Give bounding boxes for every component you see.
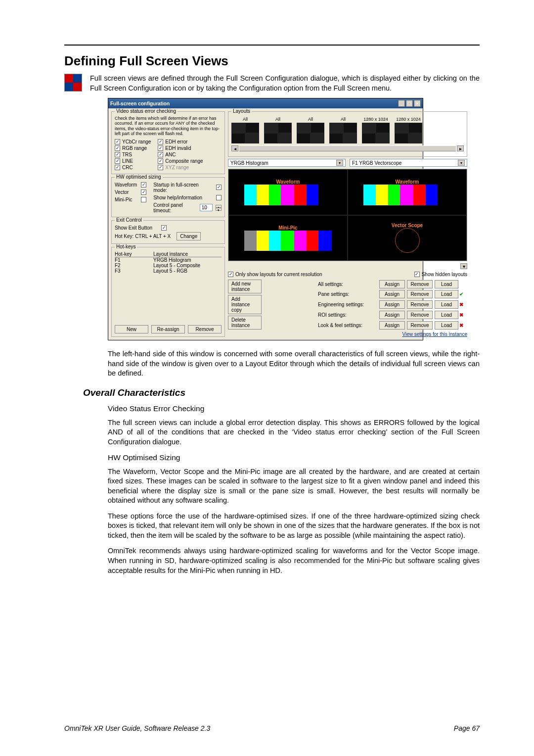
preview-cell-label: Mini-Pic xyxy=(278,225,297,231)
layout-thumbnail[interactable]: 1280 x 1024 xyxy=(362,117,390,143)
group-video-status-label: Video status error checking xyxy=(115,108,178,114)
checkbox-label: YCbCr range xyxy=(122,139,151,144)
layout-thumbnail[interactable]: All xyxy=(264,117,292,143)
group-hotkeys-label: Hot-keys xyxy=(115,244,137,249)
hw-item-checkbox[interactable] xyxy=(141,197,146,202)
hotkey-instance: Layout 5 - Composite xyxy=(153,263,200,268)
layout-thumbnail[interactable]: All xyxy=(297,117,324,143)
layout-thumbnail[interactable]: 1280 x 1024 xyxy=(395,117,422,143)
assign-button[interactable]: Assign xyxy=(379,280,405,288)
only-show-current-res-checkbox[interactable] xyxy=(228,272,233,277)
startup-fullscreen-checkbox[interactable] xyxy=(216,185,222,190)
group-hotkeys: Hot-keys Hot-key Layout instance F1YRGB … xyxy=(111,247,225,337)
checkbox-label: RGB range xyxy=(122,145,147,151)
checkbox-label: TRS xyxy=(122,152,132,157)
scroll-right-icon[interactable]: ▸ xyxy=(457,145,464,151)
hw-item-checkbox[interactable] xyxy=(141,182,146,188)
hw-item-label: Mini-Pic xyxy=(115,197,133,202)
hw-item-checkbox[interactable] xyxy=(141,189,146,195)
preview-scroll-icon[interactable]: ▾ xyxy=(460,263,467,269)
cp-timeout-input[interactable]: 10 xyxy=(200,204,213,211)
show-hidden-layouts-checkbox[interactable] xyxy=(414,272,420,277)
checkbox[interactable] xyxy=(115,145,120,151)
assign-button[interactable]: Assign xyxy=(379,311,405,319)
right-layout-dropdown[interactable]: F1 YRGB Vectorscope▾ xyxy=(350,159,467,167)
checkbox-label: EDH error xyxy=(165,139,187,144)
maximize-icon[interactable]: □ xyxy=(406,100,413,107)
show-exit-checkbox[interactable] xyxy=(161,225,167,231)
footer-right: Page 67 xyxy=(454,724,480,732)
remove-button[interactable]: Remove xyxy=(407,321,433,330)
checkbox[interactable] xyxy=(115,139,120,144)
instance-button[interactable]: Add instance copy xyxy=(228,295,262,314)
hw-optimised-p1: The Waveform, Vector Scope and the Mini-… xyxy=(108,467,480,506)
checkbox[interactable] xyxy=(158,152,163,157)
show-help-label: Show help/information xyxy=(153,195,202,200)
load-button[interactable]: Load xyxy=(435,311,458,319)
footer-left: OmniTek XR User Guide, Software Release … xyxy=(64,724,210,732)
checkbox-label: EDH invalid xyxy=(165,145,191,151)
assign-button[interactable]: Assign xyxy=(379,290,405,298)
checkbox[interactable] xyxy=(115,158,120,164)
hotkey-new-button[interactable]: New xyxy=(115,325,148,333)
preview-cell-label: Waveform xyxy=(276,179,300,185)
layout-preview: Waveform Waveform Mini-Pic Vector Scope xyxy=(228,169,467,261)
group-exit-label: Exit Control xyxy=(115,217,143,223)
chevron-down-icon: ▾ xyxy=(336,160,343,166)
settings-status-icon: ✖ xyxy=(459,312,467,318)
show-help-checkbox[interactable] xyxy=(216,195,222,200)
checkbox[interactable] xyxy=(115,152,120,157)
hw-optimised-heading: HW Optimised Sizing xyxy=(108,453,480,462)
hotkey-reassign-button[interactable]: Re-assign xyxy=(151,325,185,333)
remove-button[interactable]: Remove xyxy=(407,280,433,288)
layout-thumbnail[interactable]: All xyxy=(329,117,357,143)
preview-cell-label: Waveform xyxy=(396,179,419,185)
cp-timeout-spinner[interactable]: ▴▾ xyxy=(216,205,222,211)
view-settings-link[interactable]: View settings for this instance xyxy=(228,331,467,337)
assign-button[interactable]: Assign xyxy=(379,321,405,330)
checkbox[interactable] xyxy=(158,165,163,170)
hw-optimised-p2: These options force the use of the hardw… xyxy=(108,512,480,541)
hotkey-remove-button[interactable]: Remove xyxy=(188,325,222,333)
assign-button[interactable]: Assign xyxy=(379,300,405,309)
load-button[interactable]: Load xyxy=(435,321,458,330)
remove-button[interactable]: Remove xyxy=(407,300,433,309)
instance-button[interactable]: Add new instance xyxy=(228,280,262,293)
load-button[interactable]: Load xyxy=(435,280,458,288)
remove-button[interactable]: Remove xyxy=(407,311,433,319)
instance-button[interactable]: Delete instance xyxy=(228,316,262,330)
load-button[interactable]: Load xyxy=(435,300,458,309)
checkbox[interactable] xyxy=(158,158,163,164)
thumb-label: 1280 x 1024 xyxy=(362,117,390,122)
minimize-icon[interactable]: _ xyxy=(398,100,405,107)
settings-row-label: Engineering settings: xyxy=(318,302,377,307)
checkbox[interactable] xyxy=(158,139,163,144)
left-layout-value: YRGB Histogram xyxy=(230,160,268,166)
checkbox-label: ANC xyxy=(165,152,176,157)
layout-scrollbar[interactable] xyxy=(239,145,456,151)
checkbox-label: XYZ range xyxy=(165,165,189,170)
settings-status-icon: ✔ xyxy=(459,291,467,297)
layout-instance-header: Layout instance xyxy=(153,251,188,257)
thumb-label: All xyxy=(329,117,357,122)
left-layout-dropdown[interactable]: YRGB Histogram▾ xyxy=(228,159,346,167)
group-hw-label: HW optimised sizing xyxy=(115,174,163,180)
checkbox-label: LINE xyxy=(122,158,133,164)
hotkey-header: Hot-key xyxy=(115,251,144,257)
layout-thumbnail[interactable]: All xyxy=(231,117,259,143)
checkbox[interactable] xyxy=(158,145,163,151)
thumb-label: All xyxy=(231,117,259,122)
checkbox[interactable] xyxy=(115,165,120,170)
show-hidden-layouts-label: Show hidden layouts xyxy=(422,272,467,277)
dialog-title: Full-screen configuration xyxy=(110,101,170,106)
change-hotkey-button[interactable]: Change xyxy=(177,232,201,240)
load-button[interactable]: Load xyxy=(435,290,458,298)
scroll-left-icon[interactable]: ◂ xyxy=(231,145,238,151)
group-video-status: Video status error checking Check the it… xyxy=(111,111,225,174)
intro-paragraph: Full screen views are defined through th… xyxy=(90,74,480,93)
startup-fullscreen-label: Startup in full-screen mode: xyxy=(153,182,212,193)
chevron-down-icon: ▾ xyxy=(458,160,465,166)
close-icon[interactable]: × xyxy=(414,100,421,107)
remove-button[interactable]: Remove xyxy=(407,290,433,298)
after-shot-paragraph: The left-hand side of this window is con… xyxy=(108,349,480,378)
